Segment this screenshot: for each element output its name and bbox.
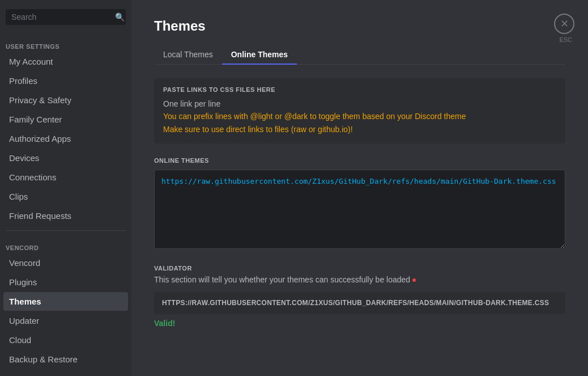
- validator-title: VALIDATOR: [154, 265, 565, 272]
- sidebar-item-themes[interactable]: Themes: [3, 292, 128, 311]
- search-bar[interactable]: 🔍: [6, 9, 126, 25]
- info-box-line-2: You can prefix lines with @light or @dar…: [163, 110, 556, 122]
- sidebar-item-connections[interactable]: Connections: [3, 168, 128, 187]
- info-box-line-3: Make sure to use direct links to files (…: [163, 123, 556, 136]
- sidebar-item-profiles[interactable]: Profiles: [3, 71, 128, 90]
- sidebar: 🔍 USER SETTINGS My Account Profiles Priv…: [0, 0, 131, 376]
- sidebar-item-updater[interactable]: Updater: [3, 311, 128, 330]
- info-box: PASTE LINKS TO CSS FILES HERE One link p…: [154, 78, 565, 143]
- sidebar-item-plugins[interactable]: Plugins: [3, 273, 128, 291]
- search-icon: 🔍: [115, 12, 125, 22]
- sidebar-item-my-account[interactable]: My Account: [3, 52, 128, 71]
- info-box-line-1: One link per line: [163, 98, 556, 110]
- sidebar-item-privacy-safety[interactable]: Privacy & Safety: [3, 91, 128, 109]
- validator-url-box: HTTPS://RAW.GITHUBUSERCONTENT.COM/Z1XUS/…: [154, 292, 565, 314]
- sidebar-item-clips[interactable]: Clips: [3, 187, 128, 206]
- online-themes-section-label: ONLINE THEMES: [154, 157, 565, 164]
- section-label-user-settings: USER SETTINGS: [0, 39, 131, 52]
- close-button[interactable]: ✕: [554, 14, 574, 34]
- main-content: Themes Local Themes Online Themes PASTE …: [131, 0, 588, 376]
- sidebar-item-vencord[interactable]: Vencord: [3, 254, 128, 272]
- page-title: Themes: [154, 18, 565, 34]
- section-label-vencord: VENCORD: [0, 240, 131, 254]
- sidebar-item-backup-restore[interactable]: Backup & Restore: [3, 350, 128, 369]
- search-input[interactable]: [11, 12, 110, 22]
- sidebar-item-friend-requests[interactable]: Friend Requests: [3, 206, 128, 225]
- sidebar-item-authorized-apps[interactable]: Authorized Apps: [3, 129, 128, 148]
- tab-online-themes[interactable]: Online Themes: [222, 45, 297, 65]
- sidebar-item-cloud[interactable]: Cloud: [3, 331, 128, 349]
- online-themes-textarea[interactable]: https://raw.githubusercontent.com/Z1xus/…: [154, 170, 565, 249]
- validator-section: VALIDATOR This section will tell you whe…: [154, 265, 565, 328]
- sidebar-item-devices[interactable]: Devices: [3, 149, 128, 167]
- tab-local-themes[interactable]: Local Themes: [154, 45, 222, 65]
- esc-label: ESC: [559, 36, 572, 43]
- sidebar-item-family-center[interactable]: Family Center: [3, 110, 128, 129]
- validator-url: HTTPS://RAW.GITHUBUSERCONTENT.COM/Z1XUS/…: [162, 298, 557, 309]
- red-dot-icon: [412, 278, 416, 282]
- validator-status: Valid!: [154, 319, 565, 328]
- validator-description: This section will tell you whether your …: [154, 275, 565, 284]
- sidebar-divider: [6, 230, 126, 231]
- tabs-bar: Local Themes Online Themes: [154, 45, 565, 65]
- info-box-title: PASTE LINKS TO CSS FILES HERE: [163, 86, 556, 93]
